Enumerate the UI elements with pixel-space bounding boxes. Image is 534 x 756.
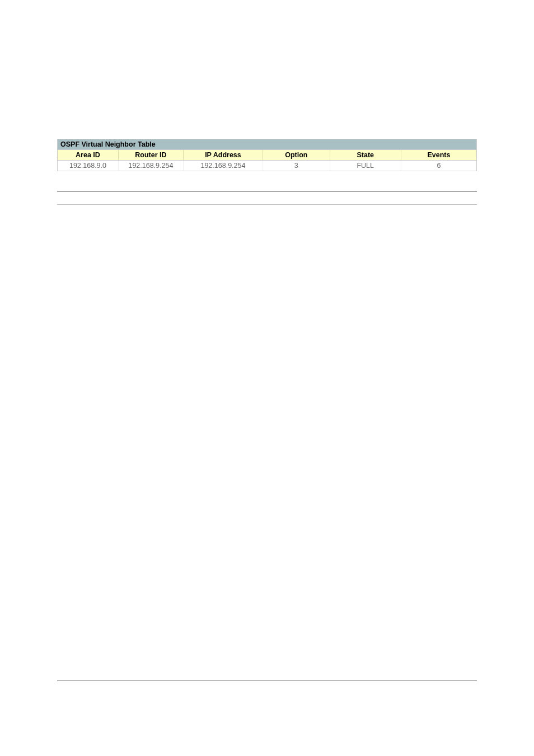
cell-router-id: 192.168.9.254 [118,161,183,171]
cell-events: 6 [401,161,476,171]
divider [57,204,477,205]
cell-option: 3 [263,161,330,171]
divider [57,680,477,681]
table-row: 192.168.9.0 192.168.9.254 192.168.9.254 … [58,161,476,171]
table-header-row: Area ID Router ID IP Address Option Stat… [58,150,476,161]
divider [57,191,477,192]
cell-ip-address: 192.168.9.254 [183,161,263,171]
header-option: Option [263,150,330,161]
header-area-id: Area ID [58,150,118,161]
header-ip-address: IP Address [183,150,263,161]
header-state: State [330,150,401,161]
cell-state: FULL [330,161,401,171]
table-title: OSPF Virtual Neighbor Table [58,139,476,150]
header-router-id: Router ID [118,150,183,161]
neighbor-table: Area ID Router ID IP Address Option Stat… [58,150,476,171]
ospf-virtual-neighbor-table: OSPF Virtual Neighbor Table Area ID Rout… [57,139,477,171]
cell-area-id: 192.168.9.0 [58,161,118,171]
header-events: Events [401,150,476,161]
